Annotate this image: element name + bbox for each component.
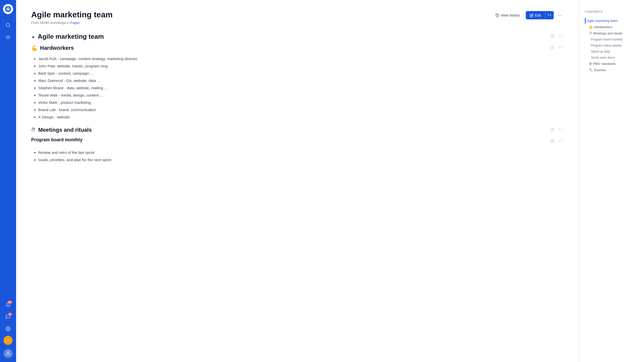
meetings-title: Meetings and rituals — [38, 127, 92, 133]
hardworkers-icon: 💪 — [31, 45, 37, 51]
hardworkers-list: Jacob Fish - campaign, content strategy,… — [31, 55, 564, 120]
add-button[interactable]: + — [4, 336, 13, 345]
program-board-edit-icon[interactable] — [549, 138, 555, 145]
notification-badge: 21 — [8, 301, 12, 304]
message-badge: 3 — [8, 313, 12, 316]
hardworkers-heading-left: 💪 Hardworkers — [31, 45, 74, 51]
code-toggle-button[interactable] — [545, 11, 554, 19]
meetings-heading-left: ⏱ Meetings and rituals — [31, 127, 92, 133]
meetings-heading: ⏱ Meetings and rituals — [31, 126, 564, 133]
program-board-code-icon[interactable] — [557, 138, 564, 145]
contents-item[interactable]: Program status weekly — [585, 42, 638, 49]
meetings-code-icon[interactable] — [557, 126, 564, 133]
edit-button[interactable]: Edit — [526, 11, 545, 19]
list-item: Goals, priorities, and plan for the next… — [38, 156, 564, 163]
breadcrumb: From DEMO knowledge in Pages — [31, 21, 113, 25]
title-area: Agile marketing team From DEMO knowledge… — [31, 10, 113, 25]
list-item: Brand Lab - brand, communication — [38, 106, 564, 113]
contents-list: Agile marketing team💪 Hardworkers⏱ Meeti… — [585, 18, 638, 73]
contents-item[interactable]: ⚙ PMO standards — [585, 61, 638, 67]
list-item: Tessie Walt - media, design, content … — [38, 92, 564, 99]
collapse-icon[interactable]: ▲ — [31, 34, 35, 39]
history-icon — [495, 13, 499, 17]
svg-point-9 — [7, 352, 9, 353]
hardworkers-code-icon[interactable] — [557, 44, 564, 51]
main-content: Agile marketing team From DEMO knowledge… — [16, 0, 579, 362]
hardworkers-section: 💪 Hardworkers — [31, 44, 564, 120]
page-header: Agile marketing team From DEMO knowledge… — [31, 10, 564, 25]
edit-code-group: Edit — [526, 11, 554, 19]
message-icon-btn[interactable]: 3 — [3, 312, 13, 322]
search-icon-btn[interactable] — [3, 20, 13, 30]
meetings-section: ⏱ Meetings and rituals — [31, 126, 564, 163]
list-item: John Paw- website, mautic, program mng — [38, 63, 564, 69]
svg-line-11 — [497, 15, 498, 16]
breadcrumb-link[interactable]: Pages — [70, 21, 80, 25]
contents-item[interactable]: Agile marketing team — [585, 18, 638, 24]
list-item: Review and retro of the last sprint — [38, 149, 564, 156]
hardworkers-actions — [549, 44, 564, 51]
list-item: Victor Mark - product marketing — [38, 99, 564, 106]
contents-item[interactable]: 💪 Hardworkers — [585, 24, 638, 30]
contents-panel: Contents Agile marketing team💪 Hardworke… — [579, 0, 644, 362]
program-board-list: Review and retro of the last sprintGoals… — [31, 149, 564, 163]
page-title: Agile marketing team — [31, 10, 113, 19]
contents-item[interactable]: ⏱ Meetings and rituals — [585, 30, 638, 36]
logo-inner — [5, 6, 11, 12]
menu-icon-btn[interactable] — [3, 32, 13, 42]
main-section-title: Agile marketing team — [38, 33, 104, 40]
list-item: Barb Spin - content, campaign … — [38, 70, 564, 77]
program-board-section: Program board monthly — [31, 137, 564, 163]
svg-point-3 — [6, 23, 10, 27]
program-board-actions — [549, 138, 564, 145]
hardworkers-heading: 💪 Hardworkers — [31, 44, 564, 51]
list-item: Stephen Brand - data, website, mailing … — [38, 84, 564, 91]
svg-point-8 — [8, 328, 9, 330]
contents-item[interactable]: 🔧 Sources — [585, 67, 638, 73]
code-icon — [548, 13, 551, 17]
hardworkers-title: Hardworkers — [40, 45, 74, 51]
main-section-heading: ▲ Agile marketing team — [31, 33, 564, 40]
header-actions: View history Edit ··· — [492, 11, 564, 19]
edit-icon — [530, 14, 533, 17]
contents-item[interactable]: Jacob open doors — [585, 55, 638, 61]
list-item: Marc Diamond - GA, website, data … — [38, 77, 564, 84]
hardworkers-edit-icon[interactable] — [549, 44, 555, 51]
contents-item[interactable]: Program board monthly — [585, 36, 638, 42]
app-logo[interactable] — [3, 4, 13, 14]
sidebar: 21 3 + — [0, 0, 16, 362]
list-item: Jacob Fish - campaign, content strategy,… — [38, 55, 564, 62]
svg-line-4 — [9, 26, 10, 27]
program-board-title: Program board monthly — [31, 137, 83, 143]
bell-icon-btn[interactable]: 21 — [3, 300, 13, 310]
meetings-icon: ⏱ — [31, 127, 36, 132]
main-section-edit-icon[interactable] — [549, 33, 555, 40]
list-item: X Design - website — [38, 114, 564, 120]
view-history-button[interactable]: View history — [492, 11, 523, 19]
main-section-code-icon[interactable] — [557, 33, 564, 40]
main-section: ▲ Agile marketing team — [31, 33, 564, 163]
settings-icon-btn[interactable] — [3, 324, 13, 334]
contents-item[interactable]: Stand up daily — [585, 49, 638, 55]
meetings-actions — [549, 126, 564, 133]
contents-title: Contents — [585, 10, 638, 14]
program-board-heading: Program board monthly — [31, 137, 564, 145]
section-heading-left: ▲ Agile marketing team — [31, 33, 104, 40]
more-options-button[interactable]: ··· — [557, 11, 564, 19]
avatar[interactable] — [4, 349, 13, 358]
main-section-actions — [549, 33, 564, 40]
meetings-edit-icon[interactable] — [549, 126, 555, 133]
